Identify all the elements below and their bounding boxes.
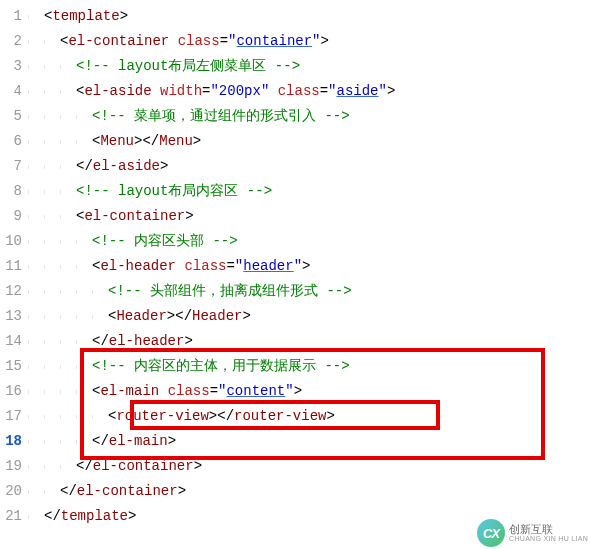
watermark: 创新互联 CHUANG XIN HU LIAN: [477, 519, 588, 547]
code-line: <!-- 菜单项，通过组件的形式引入 -->: [28, 104, 590, 129]
watermark-text-cn: 创新互联: [509, 524, 588, 535]
code-line: <!-- 内容区的主体，用于数据展示 -->: [28, 354, 590, 379]
line-number: 9: [0, 204, 22, 229]
line-number: 15: [0, 354, 22, 379]
line-number: 6: [0, 129, 22, 154]
line-number: 2: [0, 29, 22, 54]
code-line: <el-container>: [28, 204, 590, 229]
line-number: 13: [0, 304, 22, 329]
code-line: <template>: [28, 4, 590, 29]
line-number-current: 18: [0, 429, 22, 454]
code-line: <!-- 头部组件，抽离成组件形式 -->: [28, 279, 590, 304]
code-line: <!-- layout布局左侧菜单区 -->: [28, 54, 590, 79]
watermark-text-en: CHUANG XIN HU LIAN: [509, 535, 588, 542]
line-number: 1: [0, 4, 22, 29]
code-line: <Menu></Menu>: [28, 129, 590, 154]
code-editor: 1 2 3 4 5 6 7 8 9 10 11 12 13 14 15 16 1…: [0, 0, 590, 529]
line-number: 11: [0, 254, 22, 279]
code-line: </el-main>: [28, 429, 590, 454]
code-line: <router-view></router-view>: [28, 404, 590, 429]
line-number: 8: [0, 179, 22, 204]
line-number: 3: [0, 54, 22, 79]
code-line: <el-aside width="200px" class="aside">: [28, 79, 590, 104]
code-line: <!-- layout布局内容区 -->: [28, 179, 590, 204]
line-number: 5: [0, 104, 22, 129]
line-number: 20: [0, 479, 22, 504]
line-number: 16: [0, 379, 22, 404]
line-number: 19: [0, 454, 22, 479]
line-number: 14: [0, 329, 22, 354]
line-gutter: 1 2 3 4 5 6 7 8 9 10 11 12 13 14 15 16 1…: [0, 4, 28, 529]
code-area: <template> <el-container class="containe…: [28, 4, 590, 529]
code-line: <el-main class="content">: [28, 379, 590, 404]
code-line: <el-container class="container">: [28, 29, 590, 54]
line-number: 7: [0, 154, 22, 179]
line-number: 10: [0, 229, 22, 254]
watermark-logo-icon: [477, 519, 505, 547]
code-line: </el-container>: [28, 454, 590, 479]
code-line: <Header></Header>: [28, 304, 590, 329]
code-line: </el-aside>: [28, 154, 590, 179]
code-line: <el-header class="header">: [28, 254, 590, 279]
code-line: </el-header>: [28, 329, 590, 354]
line-number: 12: [0, 279, 22, 304]
line-number: 17: [0, 404, 22, 429]
line-number: 21: [0, 504, 22, 529]
code-line: </el-container>: [28, 479, 590, 504]
code-line: <!-- 内容区头部 -->: [28, 229, 590, 254]
line-number: 4: [0, 79, 22, 104]
